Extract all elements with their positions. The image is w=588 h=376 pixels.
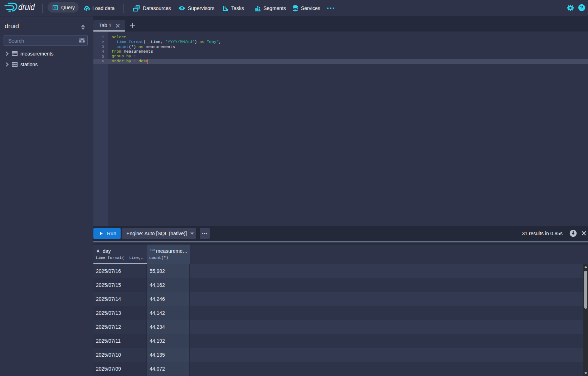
svg-text:?: ? — [580, 5, 583, 10]
